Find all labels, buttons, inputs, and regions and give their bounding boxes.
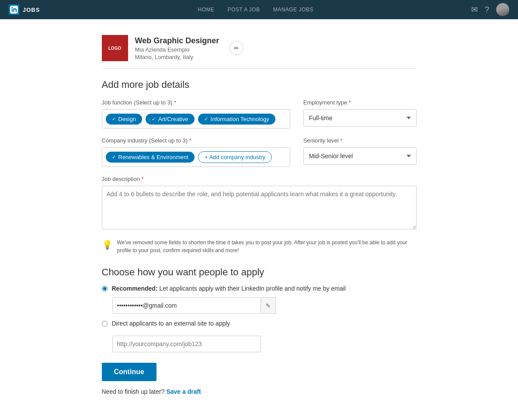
seniority-level-label: Seniority level * — [303, 137, 417, 144]
job-function-label: Job function (Select up to 3) * — [102, 99, 290, 106]
apply-recommended-radio[interactable] — [102, 286, 108, 292]
tag-design[interactable]: ✓ Design — [106, 114, 142, 125]
job-description-group: Job description * — [102, 176, 417, 231]
job-location: Milano, Lombardy, Italy — [135, 54, 219, 60]
info-box: 💡 We've removed some fields to shorten t… — [102, 235, 417, 258]
add-company-industry-button[interactable]: + Add company industry — [198, 151, 272, 163]
main-container: LOGO Web Graphic Designer Mia Azienda Es… — [93, 19, 425, 420]
required-star-5: * — [142, 176, 144, 182]
navbar-center: HOME POST A JOB MANAGE JOBS — [198, 7, 313, 13]
save-draft-link[interactable]: Save a draft — [166, 388, 201, 395]
save-draft-pre-text: Need to finish up later? — [102, 388, 165, 395]
form-row-2: Company industry (Select up to 3) * ✓ Re… — [102, 137, 417, 167]
email-input-row: ✎ — [112, 297, 417, 314]
mail-icon[interactable]: ✉ — [471, 5, 478, 14]
save-draft-row: Need to finish up later? Save a draft — [102, 388, 417, 395]
apply-section-title: Choose how you want people to apply — [102, 267, 417, 278]
job-function-tags: ✓ Design ✓ Art/Creative ✓ Information Te… — [102, 109, 290, 128]
job-function-group: Job function (Select up to 3) * ✓ Design… — [102, 99, 290, 128]
required-star-3: * — [189, 137, 191, 144]
apply-external-radio[interactable] — [102, 321, 108, 326]
company-logo: LOGO — [102, 35, 128, 61]
apply-external-label[interactable]: Direct applicants to an external site to… — [112, 320, 230, 327]
job-header: LOGO Web Graphic Designer Mia Azienda Es… — [102, 28, 417, 69]
nav-post-job[interactable]: POST A JOB — [228, 7, 260, 13]
company-industry-tags: ✓ Renewables & Environment + Add company… — [102, 147, 290, 167]
tag-art-creative[interactable]: ✓ Art/Creative — [146, 114, 195, 125]
employment-type-select[interactable]: Full-time Part-time Contract Temporary V… — [303, 109, 417, 127]
info-text: We've removed some fields to shorten the… — [117, 239, 417, 254]
form-row-1: Job function (Select up to 3) * ✓ Design… — [102, 99, 417, 128]
seniority-level-group: Seniority level * Internship Entry level… — [303, 137, 417, 167]
lightbulb-icon: 💡 — [102, 240, 113, 250]
navbar-brand: JOBS — [23, 7, 40, 13]
navbar-right: ✉ ? — [471, 3, 509, 16]
linkedin-logo — [9, 4, 19, 15]
navbar-left: JOBS — [9, 4, 40, 15]
actions-row: Continue — [102, 352, 417, 388]
help-icon[interactable]: ? — [485, 5, 489, 14]
apply-option-1: Recommended: Let applicants apply with t… — [102, 285, 417, 292]
email-edit-button[interactable]: ✎ — [261, 297, 276, 314]
avatar[interactable] — [496, 3, 509, 16]
edit-job-button[interactable]: ✏ — [229, 41, 243, 55]
apply-recommended-label[interactable]: Recommended: Let applicants apply with t… — [112, 285, 346, 292]
section-title-details: Add more job details — [102, 79, 417, 90]
navbar: JOBS HOME POST A JOB MANAGE JOBS ✉ ? — [0, 0, 518, 19]
employment-type-label: Employment type * — [303, 99, 417, 106]
email-input[interactable] — [112, 297, 261, 314]
job-description-textarea[interactable] — [102, 186, 417, 229]
nav-home[interactable]: HOME — [198, 7, 215, 13]
job-info: Web Graphic Designer Mia Azienda Esempio… — [135, 36, 219, 60]
external-url-input[interactable] — [112, 336, 261, 352]
job-title: Web Graphic Designer — [135, 36, 219, 45]
company-name: Mia Azienda Esempio — [135, 46, 219, 53]
company-industry-label: Company industry (Select up to 3) * — [102, 137, 290, 144]
required-star-1: * — [174, 99, 176, 106]
required-star-2: * — [349, 99, 351, 106]
job-description-label: Job description * — [102, 176, 417, 182]
employment-type-group: Employment type * Full-time Part-time Co… — [303, 99, 417, 128]
tag-information-technology[interactable]: ✓ Information Technology — [198, 114, 275, 125]
continue-button[interactable]: Continue — [102, 363, 156, 381]
required-star-4: * — [340, 137, 342, 144]
apply-option-2: Direct applicants to an external site to… — [102, 320, 417, 327]
tag-renewables[interactable]: ✓ Renewables & Environment — [106, 152, 195, 163]
seniority-level-select[interactable]: Internship Entry level Associate Mid-Sen… — [303, 147, 417, 165]
nav-manage-jobs[interactable]: MANAGE JOBS — [273, 7, 313, 13]
company-industry-group: Company industry (Select up to 3) * ✓ Re… — [102, 137, 290, 167]
